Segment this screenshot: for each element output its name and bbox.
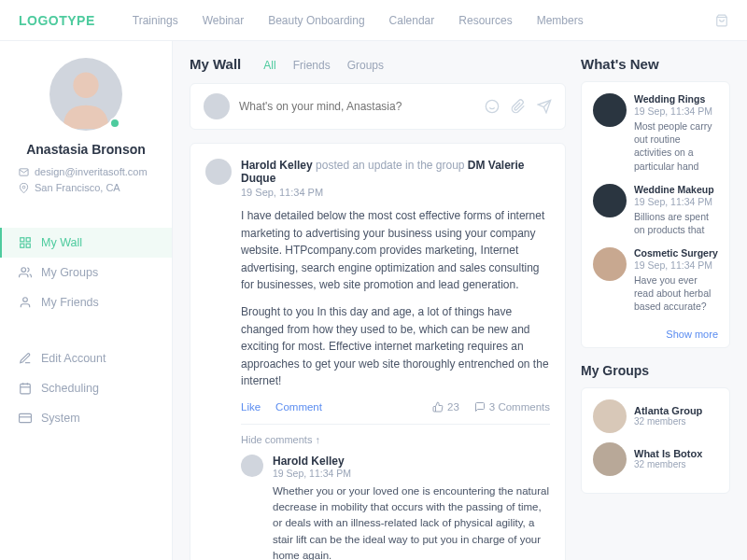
group-thumbnail — [593, 442, 627, 476]
sidenav-label: My Wall — [41, 236, 82, 249]
group-name: Atlanta Group — [634, 405, 702, 416]
online-indicator — [109, 118, 120, 129]
svg-point-15 — [486, 100, 498, 112]
whatsnew-title: What's New — [581, 56, 730, 72]
sidenav-label: My Groups — [41, 266, 98, 279]
post-comment-count: 3 Comments — [474, 401, 550, 413]
sidenav-edit-account[interactable]: Edit Account — [0, 343, 172, 373]
news-thumbnail — [593, 93, 627, 127]
svg-rect-3 — [21, 238, 24, 242]
news-timestamp: 19 Sep, 11:34 PM — [634, 105, 718, 117]
news-timestamp: 19 Sep, 11:34 PM — [634, 259, 718, 271]
logo[interactable]: LOGOTYPE — [19, 13, 95, 28]
user-email: design@inveritasoft.com — [35, 166, 148, 177]
topnav-resources[interactable]: Resources — [458, 14, 512, 27]
topnav-webinar[interactable]: Webinar — [203, 14, 244, 27]
news-desc: Most people carry out routine activities… — [634, 119, 718, 173]
post-paragraph: Brought to you In this day and age, a lo… — [241, 303, 550, 390]
post-like-count: 23 — [432, 401, 459, 413]
user-avatar[interactable] — [49, 58, 122, 131]
post-body: I have detailed below the most cost effe… — [241, 207, 550, 390]
topnav-trainings[interactable]: Trainings — [133, 14, 178, 27]
news-thumbnail — [593, 247, 627, 281]
sidebar: Anastasia Bronson design@inveritasoft.co… — [0, 41, 173, 560]
post-verb: posted an update in the group — [313, 159, 468, 172]
user-name: Anastasia Bronson — [15, 142, 157, 157]
group-members: 32 members — [634, 416, 702, 427]
comment-avatar[interactable] — [241, 455, 263, 477]
news-item[interactable]: Weddine Makeup 19 Sep, 11:34 PM Billions… — [582, 184, 729, 247]
send-icon[interactable] — [537, 99, 552, 114]
group-item[interactable]: What Is Botox 32 members — [582, 442, 729, 485]
sidenav-label: Scheduling — [41, 382, 99, 395]
sidenav-label: System — [41, 412, 80, 425]
sidenav-scheduling[interactable]: Scheduling — [0, 373, 172, 403]
groups-panel: Atlanta Group 32 members What Is Botox 3… — [581, 387, 730, 494]
calendar-icon — [19, 382, 32, 395]
emoji-icon[interactable] — [485, 99, 500, 114]
composer-input[interactable] — [239, 100, 475, 113]
svg-point-7 — [21, 268, 26, 273]
news-title: Cosmetic Surgery — [634, 247, 718, 259]
user-location-row: San Francisco, CA — [15, 182, 157, 193]
news-title: Wedding Rings — [634, 93, 718, 105]
topnav-calendar[interactable]: Calendar — [389, 14, 435, 27]
news-desc: Billions are spent on products that — [634, 210, 718, 236]
user-location: San Francisco, CA — [35, 182, 120, 193]
group-name: What Is Botox — [634, 448, 702, 459]
composer-avatar — [204, 93, 230, 119]
tab-all[interactable]: All — [263, 59, 275, 72]
tab-friends[interactable]: Friends — [293, 59, 331, 72]
card-icon — [19, 412, 32, 425]
right-column: What's New Wedding Rings 19 Sep, 11:34 P… — [581, 56, 730, 545]
news-desc: Have you ever read about herbal based ac… — [634, 273, 718, 314]
feed-column: My Wall All Friends Groups — [190, 56, 566, 545]
comment-timestamp: 19 Sep, 11:34 PM — [273, 468, 550, 479]
post-paragraph: I have detailed below the most cost effe… — [241, 207, 550, 294]
post-comment-button[interactable]: Comment — [275, 401, 322, 413]
location-icon — [19, 183, 29, 193]
topbar: LOGOTYPE Trainings Webinar Beauty Onboar… — [0, 0, 747, 41]
sidenav-my-groups[interactable]: My Groups — [0, 258, 172, 287]
svg-point-8 — [23, 298, 28, 302]
comment-icon — [474, 401, 486, 413]
svg-rect-13 — [20, 413, 32, 422]
sidenav-label: My Friends — [41, 296, 99, 309]
comment-author[interactable]: Harold Kelley — [273, 455, 550, 468]
thumbs-up-icon — [432, 401, 444, 413]
attach-icon[interactable] — [511, 99, 526, 114]
sidenav-label: Edit Account — [41, 352, 106, 365]
post-like-button[interactable]: Like — [241, 401, 261, 413]
svg-rect-5 — [26, 244, 30, 247]
topnav-beauty-onboarding[interactable]: Beauty Onboarding — [268, 14, 364, 27]
composer — [190, 83, 566, 130]
post-author[interactable]: Harold Kelley — [241, 159, 313, 172]
svg-rect-6 — [21, 244, 24, 247]
sidenav-system[interactable]: System — [0, 403, 172, 433]
svg-rect-9 — [21, 384, 31, 394]
tab-groups[interactable]: Groups — [347, 59, 384, 72]
email-icon — [19, 167, 29, 177]
user-icon — [19, 296, 32, 309]
topnav-members[interactable]: Members — [537, 14, 584, 27]
svg-point-2 — [22, 186, 25, 189]
top-nav: Trainings Webinar Beauty Onboarding Cale… — [133, 14, 715, 27]
post-author-avatar[interactable] — [205, 159, 232, 185]
group-item[interactable]: Atlanta Group 32 members — [582, 399, 729, 442]
group-members: 32 members — [634, 459, 702, 469]
shop-icon[interactable] — [715, 14, 728, 27]
sidenav-my-friends[interactable]: My Friends — [0, 287, 172, 317]
show-more-button[interactable]: Show more — [582, 325, 729, 340]
post-card: Harold Kelley posted an update in the gr… — [190, 143, 566, 560]
sidenav-my-wall[interactable]: My Wall — [0, 228, 172, 258]
news-item[interactable]: Cosmetic Surgery 19 Sep, 11:34 PM Have y… — [582, 247, 729, 325]
groups-title: My Groups — [581, 363, 730, 378]
users-icon — [19, 266, 32, 279]
edit-icon — [19, 352, 32, 365]
hide-comments-toggle[interactable]: Hide comments ↑ — [241, 434, 550, 445]
post-timestamp: 19 Sep, 11:34 PM — [241, 187, 550, 198]
news-item[interactable]: Wedding Rings 19 Sep, 11:34 PM Most peop… — [582, 93, 729, 184]
news-thumbnail — [593, 184, 627, 217]
feed-title: My Wall — [190, 56, 241, 72]
whatsnew-panel: Wedding Rings 19 Sep, 11:34 PM Most peop… — [581, 81, 730, 348]
